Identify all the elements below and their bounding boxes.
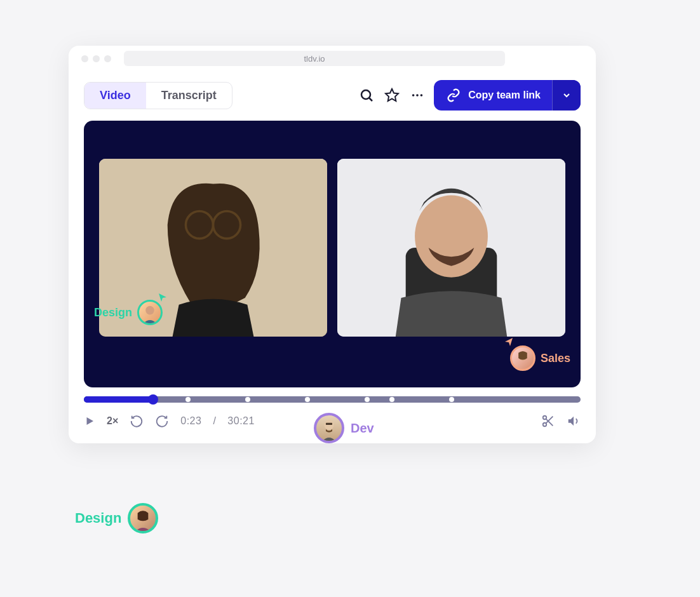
tab-video[interactable]: Video	[84, 83, 146, 109]
total-time: 30:21	[227, 415, 255, 427]
tab-group: Video Transcript	[84, 82, 232, 109]
svg-point-16	[543, 416, 547, 420]
play-icon[interactable]	[84, 415, 95, 427]
badge-sales-avatar	[510, 345, 535, 371]
volume-icon[interactable]	[567, 414, 581, 428]
svg-point-4	[416, 94, 419, 97]
badge-design-avatar	[137, 300, 163, 325]
tab-transcript[interactable]: Transcript	[146, 83, 232, 109]
cursor-badge-design: Design	[94, 300, 163, 325]
cursor-pointer-icon	[149, 503, 158, 509]
progress-marker[interactable]	[185, 397, 191, 402]
svg-point-0	[361, 90, 370, 99]
clip-icon[interactable]	[541, 414, 555, 428]
badge-dev-avatar	[314, 413, 344, 443]
svg-point-17	[543, 423, 547, 427]
traffic-light-close[interactable]	[81, 55, 88, 62]
more-icon[interactable]	[408, 86, 426, 104]
svg-point-3	[412, 94, 415, 97]
browser-window: tldv.io Video Transcript Copy team link	[69, 46, 596, 443]
chevron-down-icon	[562, 90, 572, 100]
badge-dev-label: Dev	[351, 421, 374, 436]
link-icon	[447, 88, 461, 102]
video-area[interactable]: Design Sales	[84, 121, 581, 387]
progress-thumb[interactable]	[148, 394, 158, 405]
badge-design-outer-avatar	[128, 503, 158, 533]
video-tile-2	[337, 159, 565, 337]
copy-link-label: Copy team link	[468, 90, 541, 101]
progress-fill	[84, 396, 153, 403]
svg-rect-22	[326, 423, 332, 425]
progress-marker[interactable]	[365, 397, 370, 402]
progress-marker[interactable]	[449, 397, 454, 402]
svg-line-1	[370, 98, 373, 102]
copy-link-chevron[interactable]	[552, 80, 581, 111]
forward-10-icon[interactable]	[155, 414, 169, 428]
cursor-badge-design-outer: Design	[75, 503, 158, 533]
cursor-pointer-icon	[504, 337, 514, 347]
traffic-lights	[81, 55, 111, 62]
rewind-10-icon[interactable]	[130, 414, 144, 428]
svg-point-5	[421, 94, 423, 97]
svg-point-13	[145, 306, 154, 315]
playback-speed[interactable]: 2×	[107, 415, 118, 427]
progress-marker[interactable]	[245, 397, 250, 402]
toolbar: Video Transcript Copy team link	[69, 71, 596, 116]
traffic-light-maximize[interactable]	[104, 55, 111, 62]
cursor-badge-dev: Dev	[314, 413, 374, 443]
url-text: tldv.io	[304, 54, 325, 64]
badge-design-outer-label: Design	[75, 510, 121, 527]
search-icon[interactable]	[358, 86, 375, 104]
cursor-pointer-icon	[158, 292, 168, 302]
traffic-light-minimize[interactable]	[93, 55, 100, 62]
badge-design-label: Design	[94, 306, 132, 319]
progress-marker[interactable]	[389, 397, 394, 402]
copy-team-link-button[interactable]: Copy team link	[434, 80, 581, 111]
cursor-badge-sales: Sales	[510, 345, 570, 371]
url-bar[interactable]: tldv.io	[124, 51, 505, 66]
current-time: 0:23	[180, 415, 201, 427]
svg-marker-20	[569, 417, 574, 426]
progress-marker[interactable]	[305, 397, 310, 402]
star-icon[interactable]	[383, 86, 401, 104]
progress-bar[interactable]	[84, 396, 581, 403]
tab-transcript-label: Transcript	[161, 89, 217, 102]
badge-sales-label: Sales	[541, 352, 570, 365]
svg-marker-2	[386, 89, 398, 101]
browser-chrome: tldv.io	[69, 46, 596, 71]
tab-video-label: Video	[100, 89, 131, 102]
svg-marker-15	[87, 417, 94, 425]
time-separator: /	[213, 415, 216, 427]
